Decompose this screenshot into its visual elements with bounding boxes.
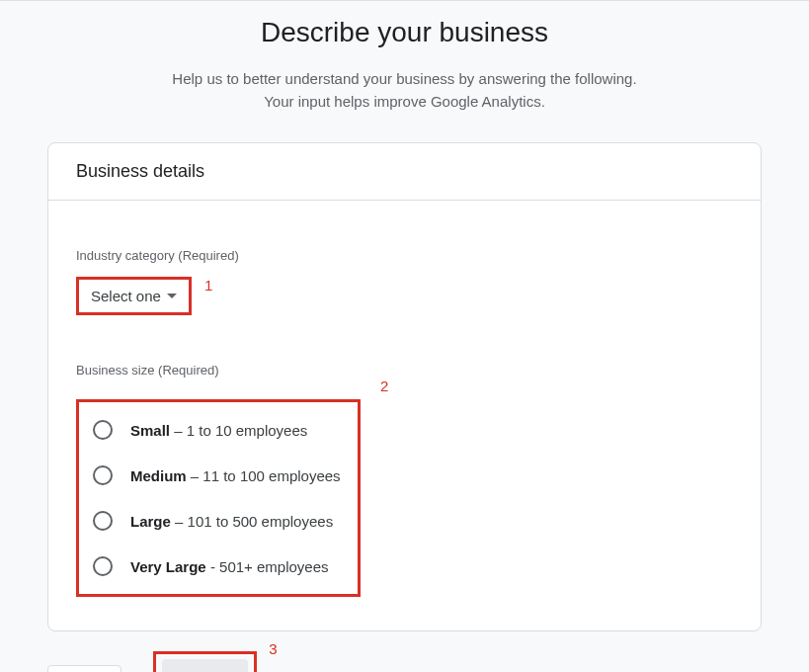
radio-label: Medium – 11 to 100 employees (130, 467, 341, 484)
industry-select-wrap: Select one 1 (76, 277, 192, 315)
business-size-option-large[interactable]: Large – 101 to 500 employees (93, 511, 344, 531)
radio-label: Small – 1 to 10 employees (130, 422, 307, 439)
subtitle-line-1: Help us to better understand your busine… (172, 70, 636, 87)
annotation-number-3: 3 (269, 640, 277, 657)
option-desc: – 101 to 500 employees (171, 513, 333, 530)
business-size-option-medium[interactable]: Medium – 11 to 100 employees (93, 465, 344, 485)
radio-icon (93, 511, 113, 531)
annotation-box-1: Select one (76, 277, 192, 315)
option-name: Medium (130, 467, 187, 484)
back-button[interactable]: Back (47, 665, 121, 672)
annotation-box-3: Next (153, 651, 257, 672)
next-button-wrap: 3 Next (153, 651, 257, 672)
option-desc: – 11 to 100 employees (187, 467, 341, 484)
option-name: Small (130, 422, 170, 439)
option-desc: - 501+ employees (206, 558, 329, 575)
footer-buttons: Back 3 Next (0, 631, 809, 672)
radio-icon (93, 556, 113, 576)
annotation-box-2: Small – 1 to 10 employees Medium – 11 to… (76, 399, 361, 597)
page-header: Describe your business Help us to better… (0, 1, 809, 142)
annotation-number-1: 1 (204, 277, 212, 294)
option-name: Large (130, 513, 171, 530)
caret-down-icon (167, 294, 177, 298)
industry-category-field: Industry category (Required) Select one … (76, 248, 733, 315)
radio-icon (93, 420, 113, 440)
card-header: Business details (48, 143, 761, 201)
radio-label: Very Large - 501+ employees (130, 558, 329, 575)
annotation-number-2: 2 (380, 378, 388, 394)
business-size-field: Business size (Required) 2 Small – 1 to … (76, 363, 733, 597)
card-title: Business details (76, 161, 733, 182)
radio-icon (93, 465, 113, 485)
radio-label: Large – 101 to 500 employees (130, 513, 333, 530)
subtitle-line-2: Your input helps improve Google Analytic… (264, 93, 545, 110)
business-size-label: Business size (Required) (76, 363, 733, 378)
industry-category-label: Industry category (Required) (76, 248, 733, 263)
option-desc: – 1 to 10 employees (170, 422, 307, 439)
page-title: Describe your business (40, 17, 769, 48)
business-size-option-small[interactable]: Small – 1 to 10 employees (93, 420, 344, 440)
option-name: Very Large (130, 558, 206, 575)
industry-select-value: Select one (91, 288, 161, 304)
card-body: Industry category (Required) Select one … (48, 201, 761, 630)
next-button[interactable]: Next (162, 659, 248, 672)
industry-category-select[interactable]: Select one (83, 282, 185, 310)
business-details-card: Business details Industry category (Requ… (47, 142, 762, 631)
business-size-option-very-large[interactable]: Very Large - 501+ employees (93, 556, 344, 576)
radio-group-wrap: 2 Small – 1 to 10 employees Medium – 11 … (76, 391, 733, 597)
page-subtitle: Help us to better understand your busine… (40, 68, 769, 113)
